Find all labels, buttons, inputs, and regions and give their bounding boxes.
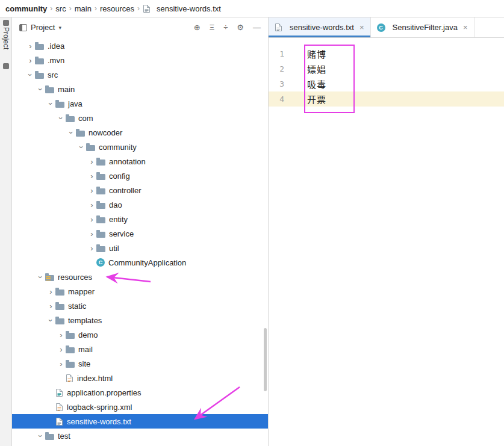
tree-item-label: logback-spring.xml	[67, 403, 135, 412]
tool-tab-project[interactable]: Project	[2, 27, 10, 49]
tree-item-mail[interactable]: ›mail	[12, 342, 268, 356]
expand-all-icon[interactable]: Ξ	[210, 23, 214, 31]
hide-panel-icon[interactable]: —	[253, 23, 261, 31]
tree-expand-chevron-icon[interactable]: ›	[87, 187, 96, 194]
tree-item-label: CommunityApplication	[108, 258, 190, 267]
editor-line-4[interactable]: 4开票	[269, 91, 504, 107]
tree-collapse-chevron-icon[interactable]: ›	[57, 114, 65, 123]
tree-item-label: com	[78, 114, 97, 123]
collapse-all-icon[interactable]: ÷	[223, 23, 228, 31]
editor-line-1[interactable]: 1赌博	[269, 46, 504, 61]
tree-item-sensitive-words-txt[interactable]: ›sensitive-words.txt	[12, 414, 268, 429]
tree-expand-chevron-icon[interactable]: ›	[87, 230, 96, 238]
line-number: 3	[269, 79, 284, 88]
tree-collapse-chevron-icon[interactable]: ›	[67, 128, 75, 137]
tree-item-mvn[interactable]: ›.mvn	[12, 53, 268, 67]
editor-tab-sensitive-words-txt[interactable]: sensitive-words.txt×	[269, 17, 371, 37]
tree-item-label: mail	[78, 345, 96, 354]
tree-collapse-chevron-icon[interactable]: ›	[37, 85, 45, 94]
tree-collapse-chevron-icon[interactable]: ›	[47, 316, 55, 325]
tree-item-annotation[interactable]: ›annotation	[12, 154, 268, 169]
locate-icon[interactable]: ⊕	[194, 23, 201, 31]
tree-expand-chevron-icon[interactable]: ›	[46, 288, 55, 296]
tab-close-icon[interactable]: ×	[463, 23, 468, 32]
folder-icon	[35, 44, 44, 50]
editor-pane: sensitive-words.txt×CSensitiveFilter.jav…	[269, 17, 504, 446]
breadcrumb-item-community[interactable]: community	[4, 4, 48, 13]
tree-item-static[interactable]: ›static	[12, 299, 268, 313]
breadcrumb-item-resources[interactable]: resources	[99, 4, 135, 13]
tree-item-communityapplication[interactable]: ›CCommunityApplication	[12, 255, 268, 270]
tool-tab-structure[interactable]: Structure	[2, 421, 10, 446]
tree-item-demo[interactable]: ›demo	[12, 327, 268, 342]
tree-scrollbar[interactable]	[264, 328, 267, 391]
tab-close-icon[interactable]: ×	[359, 23, 364, 32]
tree-item-dao[interactable]: ›dao	[12, 197, 268, 212]
settings-gear-icon[interactable]: ⚙	[237, 23, 244, 31]
bookmark-icon[interactable]	[3, 63, 9, 69]
tree-item-util[interactable]: ›util	[12, 241, 268, 255]
breadcrumb-label: sensitive-words.txt	[157, 4, 221, 13]
tree-item-idea[interactable]: ›.idea	[12, 39, 268, 53]
tree-collapse-chevron-icon[interactable]: ›	[47, 99, 55, 108]
tree-collapse-chevron-icon[interactable]: ›	[78, 143, 86, 152]
tree-item-label: index.html	[77, 374, 116, 383]
tree-item-label: .idea	[48, 42, 68, 51]
tree-item-label: community	[99, 143, 140, 152]
tree-item-index-html[interactable]: ›index.html	[12, 371, 268, 385]
tree-item-logback-spring-xml[interactable]: ›logback-spring.xml	[12, 400, 268, 414]
breadcrumb-separator-icon: ›	[94, 4, 98, 13]
tree-item-entity[interactable]: ›entity	[12, 212, 268, 226]
tree-item-service[interactable]: ›service	[12, 226, 268, 241]
breadcrumb-item-src[interactable]: src	[54, 4, 67, 13]
tree-collapse-chevron-icon[interactable]: ›	[37, 432, 45, 441]
main-area: Project Structure Project ▾ ⊕Ξ÷⚙— ›.idea…	[0, 17, 504, 446]
tree-item-nowcoder[interactable]: ›nowcoder	[12, 125, 268, 140]
tree-expand-chevron-icon[interactable]: ›	[87, 215, 96, 223]
folder-icon	[55, 318, 64, 324]
tree-item-label: application.properties	[67, 388, 145, 397]
breadcrumb-label: src	[55, 4, 66, 13]
breadcrumb-item-main[interactable]: main	[73, 4, 93, 13]
tree-collapse-chevron-icon[interactable]: ›	[26, 70, 34, 79]
tree-item-label: controller	[109, 186, 145, 195]
folder-icon	[66, 333, 75, 339]
tree-item-community[interactable]: ›community	[12, 140, 268, 154]
tree-expand-chevron-icon[interactable]: ›	[57, 360, 66, 368]
tree-expand-chevron-icon[interactable]: ›	[57, 345, 66, 353]
breadcrumb-item-sensitive-words-txt[interactable]: sensitive-words.txt	[142, 4, 222, 13]
editor-line-3[interactable]: 3吸毒	[269, 76, 504, 91]
tree-item-site[interactable]: ›site	[12, 356, 268, 371]
tree-expand-chevron-icon[interactable]: ›	[87, 158, 96, 166]
editor-tab-sensitivefilter-java[interactable]: CSensitiveFilter.java×	[371, 17, 474, 37]
tree-item-label: templates	[68, 316, 105, 325]
editor-line-2[interactable]: 2嫖娼	[269, 61, 504, 76]
tree-item-src[interactable]: ›src	[12, 67, 268, 82]
tree-item-templates[interactable]: ›templates	[12, 313, 268, 327]
tree-item-resources[interactable]: ›resources	[12, 270, 268, 284]
tree-item-test[interactable]: ›test	[12, 429, 268, 443]
tree-expand-chevron-icon[interactable]: ›	[87, 201, 96, 209]
line-text: 赌博	[307, 48, 326, 60]
tree-item-config[interactable]: ›config	[12, 169, 268, 183]
package-folder-icon	[76, 131, 85, 137]
tree-item-java[interactable]: ›java	[12, 96, 268, 111]
tree-expand-chevron-icon[interactable]: ›	[46, 302, 55, 310]
tree-item-mapper[interactable]: ›mapper	[12, 284, 268, 299]
tree-expand-chevron-icon[interactable]: ›	[57, 331, 66, 339]
tree-item-application-properties[interactable]: ›application.properties	[12, 385, 268, 400]
editor-content[interactable]: 1赌博2嫖娼3吸毒4开票	[269, 38, 504, 446]
tree-expand-chevron-icon[interactable]: ›	[26, 57, 35, 64]
tree-item-main[interactable]: ›main	[12, 82, 268, 96]
tree-expand-chevron-icon[interactable]: ›	[26, 42, 35, 50]
breadcrumb-label: community	[5, 4, 47, 13]
tool-window-icon[interactable]	[3, 20, 9, 26]
project-view-selector[interactable]: Project ▾	[19, 23, 61, 32]
tree-expand-chevron-icon[interactable]: ›	[87, 244, 96, 252]
tree-item-com[interactable]: ›com	[12, 111, 268, 125]
project-view-title: Project	[31, 23, 55, 32]
tree-collapse-chevron-icon[interactable]: ›	[37, 273, 45, 282]
tree-expand-chevron-icon[interactable]: ›	[87, 172, 96, 180]
tree-item-controller[interactable]: ›controller	[12, 183, 268, 197]
class-icon: C	[377, 23, 385, 32]
